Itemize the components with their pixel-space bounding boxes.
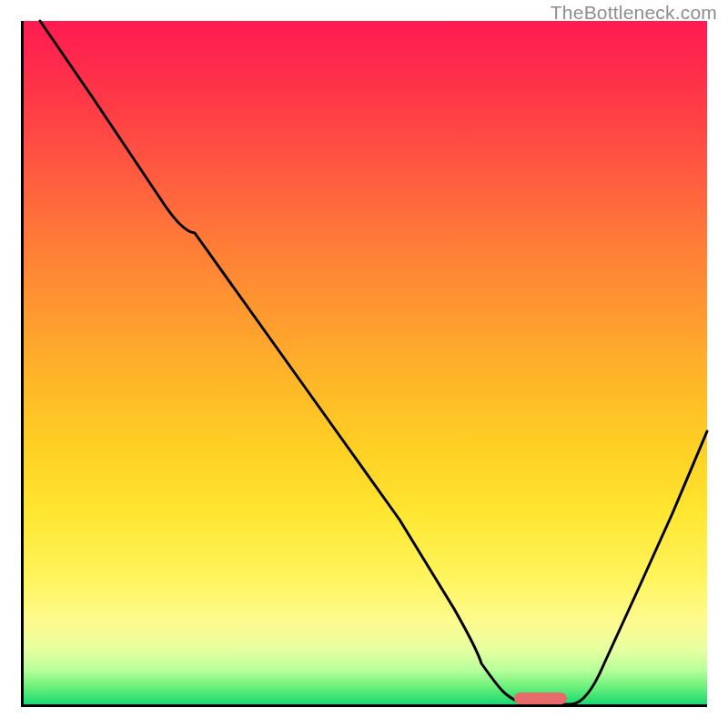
watermark-label: TheBottleneck.com — [551, 2, 717, 24]
chart-container: TheBottleneck.com — [0, 0, 728, 728]
chart-axes — [21, 21, 707, 707]
optimal-range-marker — [514, 693, 567, 704]
